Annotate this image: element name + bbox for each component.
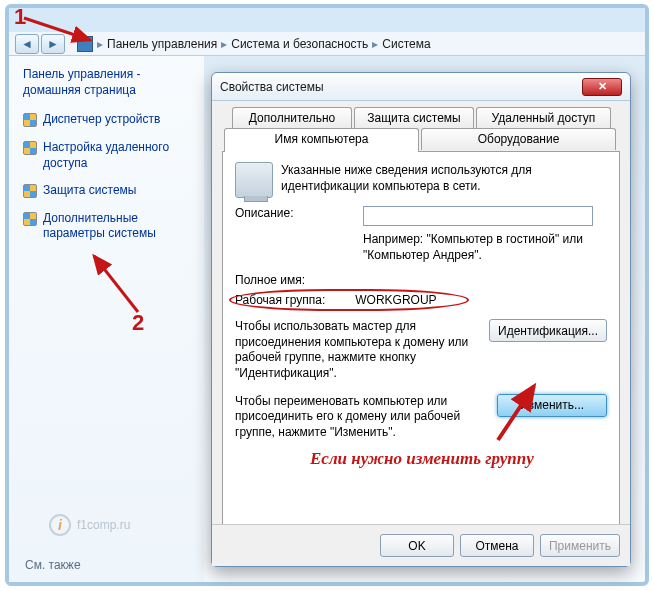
workgroup-value: WORKGROUP [355, 293, 436, 307]
identification-button[interactable]: Идентификация... [489, 319, 607, 342]
chevron-right-icon: ▸ [221, 37, 227, 51]
tab-advanced[interactable]: Дополнительно [232, 107, 352, 129]
breadcrumb-bar: ◄ ► ▸ Панель управления ▸ Система и безо… [9, 32, 645, 56]
control-panel-icon [77, 36, 93, 52]
dialog-title: Свойства системы [220, 80, 324, 94]
crumb-l2[interactable]: Система [382, 37, 430, 51]
sidebar-item-label: Дополнительные параметры системы [43, 211, 190, 242]
cancel-button[interactable]: Отмена [460, 534, 534, 557]
nav-forward-button[interactable]: ► [41, 34, 65, 54]
sidebar-item-label: Защита системы [43, 183, 136, 199]
shield-icon [23, 212, 37, 226]
tab-protection[interactable]: Защита системы [354, 107, 474, 129]
sidebar-item-protection[interactable]: Защита системы [23, 183, 190, 199]
shield-icon [23, 141, 37, 155]
shield-icon [23, 184, 37, 198]
sidebar-item-label: Настройка удаленного доступа [43, 140, 190, 171]
crumb-root[interactable]: Панель управления [107, 37, 217, 51]
workgroup-row: Рабочая группа: WORKGROUP [235, 293, 607, 307]
window-titlebar [9, 8, 645, 32]
dialog-footer: OK Отмена Применить [212, 524, 630, 566]
dialog-body: Дополнительно Защита системы Удаленный д… [212, 101, 630, 551]
workgroup-label: Рабочая группа: [235, 293, 325, 307]
close-button[interactable]: ✕ [582, 78, 622, 96]
sidebar-footer[interactable]: См. также [25, 558, 81, 572]
sidebar-heading[interactable]: Панель управления - домашняя страница [23, 66, 190, 98]
fullname-label: Полное имя: [235, 273, 355, 287]
crumb-l1[interactable]: Система и безопасность [231, 37, 368, 51]
tab-hardware[interactable]: Оборудование [421, 128, 616, 150]
tab-computer-name[interactable]: Имя компьютера [224, 128, 419, 151]
change-paragraph: Чтобы переименовать компьютер или присое… [235, 394, 470, 441]
tab-strip: Дополнительно Защита системы Удаленный д… [222, 107, 620, 151]
sidebar-item-device-manager[interactable]: Диспетчер устройств [23, 112, 190, 128]
sidebar-item-label: Диспетчер устройств [43, 112, 160, 128]
computer-icon [235, 162, 273, 198]
description-label: Описание: [235, 206, 355, 220]
breadcrumb[interactable]: ▸ Панель управления ▸ Система и безопасн… [73, 36, 435, 52]
tab-remote[interactable]: Удаленный доступ [476, 107, 611, 129]
ok-button[interactable]: OK [380, 534, 454, 557]
dialog-titlebar[interactable]: Свойства системы ✕ [212, 73, 630, 101]
info-text: Указанные ниже сведения используются для… [281, 162, 607, 194]
apply-button[interactable]: Применить [540, 534, 620, 557]
tab-pane-computer-name: Указанные ниже сведения используются для… [222, 151, 620, 541]
shield-icon [23, 113, 37, 127]
sidebar: Панель управления - домашняя страница Ди… [9, 56, 204, 582]
system-properties-dialog: Свойства системы ✕ Дополнительно Защита … [211, 72, 631, 567]
watermark: i f1comp.ru [49, 514, 130, 536]
ident-paragraph: Чтобы использовать мастер для присоедине… [235, 319, 470, 381]
change-button[interactable]: Изменить... [497, 394, 607, 417]
description-input[interactable] [363, 206, 593, 226]
sidebar-item-remote[interactable]: Настройка удаленного доступа [23, 140, 190, 171]
nav-back-button[interactable]: ◄ [15, 34, 39, 54]
chevron-right-icon: ▸ [372, 37, 378, 51]
description-hint: Например: "Компьютер в гостиной" или "Ко… [363, 232, 607, 263]
sidebar-item-advanced[interactable]: Дополнительные параметры системы [23, 211, 190, 242]
info-icon: i [49, 514, 71, 536]
chevron-right-icon: ▸ [97, 37, 103, 51]
